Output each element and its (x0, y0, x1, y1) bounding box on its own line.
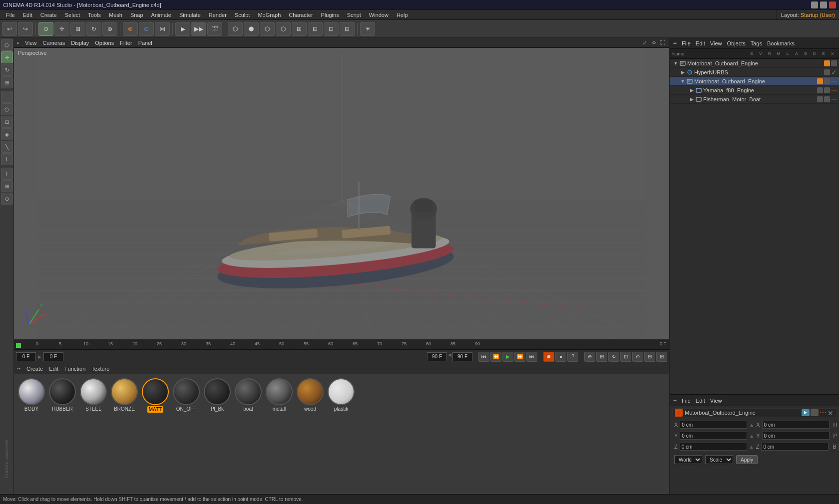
viewport-menu-panel[interactable]: Panel (138, 40, 152, 46)
left-tool-brush[interactable]: ⌇ (1, 153, 13, 165)
materials-menu-function[interactable]: Function (64, 366, 85, 372)
material-body[interactable]: BODY (18, 378, 45, 413)
viewport-menu-view[interactable]: View (25, 40, 37, 46)
obj-menu-view[interactable]: View (710, 40, 722, 46)
render-view-button[interactable]: ▶ (175, 22, 190, 36)
obj-expand-fisherman[interactable]: ▶ (688, 96, 695, 103)
material-plastik[interactable]: plastik (328, 378, 355, 413)
frame-input-2[interactable] (43, 352, 63, 361)
material-steel[interactable]: STEEL (80, 378, 107, 413)
tool-btn-1[interactable]: ⬡ (228, 22, 243, 36)
coord-stepper-z[interactable]: ▲ (749, 444, 754, 450)
menu-create[interactable]: Create (36, 10, 61, 19)
timeline-btn-6[interactable]: ⊟ (644, 352, 655, 362)
coord-z-pos[interactable] (680, 443, 747, 451)
timeline-btn-2[interactable]: ⊞ (596, 352, 607, 362)
menu-script[interactable]: Script (343, 10, 365, 19)
scale-dropdown[interactable]: Scale (705, 455, 733, 464)
coord-x-pos[interactable] (680, 421, 747, 429)
move-tool-button[interactable]: ✛ (54, 22, 69, 36)
frame-end-1[interactable] (427, 352, 447, 361)
left-tool-scale[interactable]: ⊞ (1, 76, 13, 88)
material-wood[interactable]: wood (297, 378, 324, 413)
current-frame-input[interactable] (16, 352, 36, 361)
tool-btn-3[interactable]: ⬡ (260, 22, 275, 36)
left-tool-dots[interactable]: ⋯ (1, 91, 13, 103)
viewport-menu-cameras[interactable]: Cameras (43, 40, 65, 46)
vp-fullscreen-icon[interactable]: ⛶ (659, 39, 666, 46)
redo-button[interactable]: ↪ (18, 22, 33, 36)
frame-end-2[interactable] (452, 352, 472, 361)
point-mode-button[interactable]: ⊙ (139, 22, 154, 36)
tool-btn-6[interactable]: ⊟ (308, 22, 323, 36)
rotate-tool-button[interactable]: ↻ (86, 22, 101, 36)
menu-tools[interactable]: Tools (84, 10, 105, 19)
goto-start-button[interactable]: ⏮ (478, 352, 489, 362)
play-forward-button[interactable]: ⏩ (514, 352, 525, 362)
obj-menu-edit[interactable]: Edit (696, 40, 705, 46)
material-matt[interactable]: MATT (142, 378, 169, 413)
timeline-btn-4[interactable]: ⊡ (620, 352, 631, 362)
coord-y-rot[interactable] (762, 432, 830, 440)
attr-menu-edit[interactable]: Edit (696, 398, 705, 404)
menu-window[interactable]: Window (365, 10, 393, 19)
tool-btn-2[interactable]: ⬢ (244, 22, 259, 36)
menu-character[interactable]: Character (285, 10, 317, 19)
render-to-pic-button[interactable]: ▶▶ (191, 22, 206, 36)
timeline-btn-7[interactable]: ⊞ (656, 352, 667, 362)
left-tool-hair[interactable]: ⌇ (1, 168, 13, 180)
vp-maximize-icon[interactable]: ⤢ (641, 39, 648, 46)
menu-simulate[interactable]: Simulate (175, 10, 205, 19)
minimize-button[interactable] (811, 1, 818, 8)
material-boat[interactable]: boat (235, 378, 262, 413)
timeline-btn-1[interactable]: ⊕ (584, 352, 595, 362)
left-tool-texture[interactable]: ⊞ (1, 180, 13, 192)
undo-button[interactable]: ↩ (2, 22, 17, 36)
material-pl-bk[interactable]: Pl_Bk (204, 378, 231, 413)
material-bronze[interactable]: BRONZE (111, 378, 138, 413)
apply-button[interactable]: Apply (736, 455, 758, 464)
tool-btn-8[interactable]: ⊟ (340, 22, 355, 36)
coord-stepper-y[interactable]: ▲ (749, 433, 754, 439)
material-on-off[interactable]: ON_OFF (173, 378, 200, 413)
obj-expand-yamaha[interactable]: ▶ (688, 87, 695, 94)
left-tool-rotate[interactable]: ↻ (1, 64, 13, 76)
left-tool-knife[interactable]: ╲ (1, 141, 13, 153)
maximize-button[interactable] (820, 1, 827, 8)
left-tool-bevel[interactable]: ◈ (1, 128, 13, 140)
obj-menu-file[interactable]: File (682, 40, 691, 46)
obj-row-motorboat-root[interactable]: ▼ Motorboat_Outboard_Engine (670, 59, 839, 68)
obj-row-motorboat-child[interactable]: ▼ Motorboat_Outboard_Engine ⋯ (670, 77, 839, 86)
menu-mograph[interactable]: MoGraph (254, 10, 285, 19)
left-tool-view[interactable]: ⬡ (1, 39, 13, 51)
left-tool-move[interactable]: ✛ (1, 51, 13, 63)
menu-select[interactable]: Select (61, 10, 84, 19)
material-metall[interactable]: metall (266, 378, 293, 413)
material-rubber[interactable]: RUBBER (49, 378, 76, 413)
materials-menu-edit[interactable]: Edit (49, 366, 58, 372)
world-dropdown[interactable]: World (674, 455, 702, 464)
obj-row-hypernurbs[interactable]: ▶ HyperNURBS ✓ (670, 68, 839, 77)
coord-stepper-x[interactable]: ▲ (749, 422, 754, 428)
viewport-canvas[interactable]: Perspective (14, 48, 669, 339)
materials-menu-create[interactable]: Create (26, 366, 43, 372)
materials-menu-texture[interactable]: Texture (91, 366, 109, 372)
obj-expand-child[interactable]: ▼ (679, 78, 686, 85)
menu-render[interactable]: Render (205, 10, 231, 19)
light-button[interactable]: ☀ (360, 22, 375, 36)
obj-menu-tags[interactable]: Tags (751, 40, 762, 46)
goto-end-button[interactable]: ⏭ (526, 352, 537, 362)
obj-expand-root[interactable]: ▼ (672, 60, 679, 67)
timeline-btn-3[interactable]: ↻ (608, 352, 619, 362)
obj-row-fisherman[interactable]: ▶ Fisherman_Motor_Boat ⋯ (670, 95, 839, 104)
render-active-view-button[interactable]: 🎬 (207, 22, 222, 36)
menu-mesh[interactable]: Mesh (105, 10, 126, 19)
auto-key-button[interactable]: ● (555, 352, 566, 362)
obj-menu-objects[interactable]: Objects (727, 40, 745, 46)
menu-animate[interactable]: Animate (147, 10, 175, 19)
attr-menu-file[interactable]: File (682, 398, 691, 404)
viewport-menu-options[interactable]: Options (95, 40, 114, 46)
tool-btn-4[interactable]: ⬡ (276, 22, 291, 36)
menu-sculpt[interactable]: Sculpt (231, 10, 254, 19)
attr-close-icon[interactable]: ✕ (828, 409, 835, 416)
